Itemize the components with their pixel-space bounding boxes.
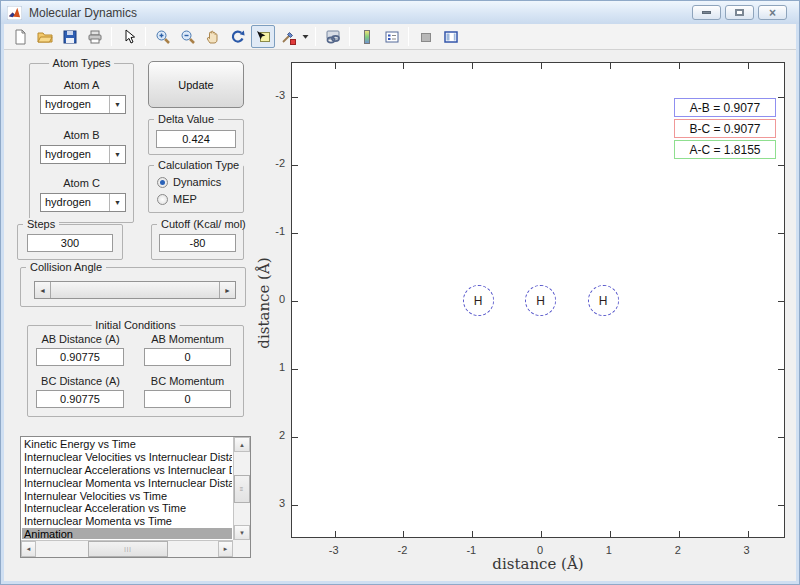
horizontal-scroll-thumb[interactable]: ||| xyxy=(88,541,168,557)
x-tick xyxy=(679,531,680,537)
atom-marker: H xyxy=(463,285,494,316)
scrollbar-corner xyxy=(233,540,250,557)
x-tick xyxy=(403,63,404,69)
open-folder-icon xyxy=(37,29,53,45)
scroll-down-button[interactable]: ▼ xyxy=(234,525,250,540)
atom-c-select[interactable]: hydrogen ▼ xyxy=(40,193,126,212)
list-item[interactable]: Internulear Velocities vs Time xyxy=(22,490,232,503)
insert-legend-button[interactable] xyxy=(380,25,404,48)
toolbar-separator xyxy=(111,27,112,46)
steps-input[interactable]: 300 xyxy=(27,234,113,252)
delta-value-input[interactable]: 0.424 xyxy=(156,130,236,148)
restore-icon xyxy=(735,9,744,16)
ab-momentum-label: AB Momentum xyxy=(134,333,241,345)
vertical-scrollbar[interactable]: ▲ ≡ ▼ xyxy=(233,437,250,540)
y-tick xyxy=(292,505,298,506)
plot-axes[interactable]: A-B = 0.9077B-C = 0.9077A-C = 1.8155 HHH xyxy=(291,62,785,538)
insert-colorbar-button[interactable] xyxy=(355,25,379,48)
link-plot-button[interactable] xyxy=(321,25,345,48)
ab-momentum-input[interactable]: 0 xyxy=(144,348,231,366)
distance-readout[interactable]: A-C = 1.8155 xyxy=(674,140,776,159)
atom-a-select[interactable]: hydrogen ▼ xyxy=(40,95,126,114)
ab-distance-input[interactable]: 0.90775 xyxy=(36,348,124,366)
radio-dynamics[interactable]: Dynamics xyxy=(157,176,221,188)
atom-b-select[interactable]: hydrogen ▼ xyxy=(40,145,126,164)
atom-c-label: Atom C xyxy=(29,177,134,189)
y-tick xyxy=(292,97,298,98)
scroll-right-button[interactable]: ► xyxy=(218,541,233,557)
brush-dropdown-button[interactable] xyxy=(300,25,311,48)
vertical-scroll-thumb[interactable]: ≡ xyxy=(234,475,250,503)
panel-title: Steps xyxy=(23,218,59,230)
y-tick xyxy=(778,437,784,438)
brush-icon xyxy=(280,29,296,45)
y-tick xyxy=(292,233,298,234)
x-tick xyxy=(335,531,336,537)
panel-title: Atom Types xyxy=(49,57,115,69)
plot-type-listbox[interactable]: Kinetic Energy vs TimeInternuclear Veloc… xyxy=(20,436,251,558)
slider-right-arrow[interactable]: ► xyxy=(219,282,235,298)
x-axis-label: distance (Å) xyxy=(438,555,638,573)
list-item[interactable]: Internuclear Momenta vs Internuclear Dis… xyxy=(22,477,232,490)
distance-readout[interactable]: A-B = 0.9077 xyxy=(674,98,776,117)
pan-hand-icon xyxy=(205,29,221,45)
panel-title: Calculation Type xyxy=(154,159,243,171)
minimize-button[interactable] xyxy=(692,5,721,20)
x-tick xyxy=(403,531,404,537)
show-plot-tools-button[interactable] xyxy=(439,25,463,48)
show-plot-tools-icon xyxy=(443,29,459,45)
list-item[interactable]: Animation xyxy=(22,528,232,539)
list-item[interactable]: Kinetic Energy vs Time xyxy=(22,438,232,451)
open-file-button[interactable] xyxy=(33,25,57,48)
atom-a-label: Atom A xyxy=(29,79,134,91)
window-controls: × xyxy=(692,5,787,20)
ab-distance-label: AB Distance (A) xyxy=(27,333,134,345)
zoom-in-button[interactable] xyxy=(151,25,175,48)
restore-button[interactable] xyxy=(725,5,754,20)
radio-mep[interactable]: MEP xyxy=(157,193,197,205)
x-tick-label: -2 xyxy=(387,544,417,556)
list-item[interactable]: Internuclear Momenta vs Time xyxy=(22,515,232,528)
y-tick-label: 3 xyxy=(253,497,285,509)
atom-b-label: Atom B xyxy=(29,129,134,141)
bc-momentum-input[interactable]: 0 xyxy=(144,390,231,408)
pointer-button[interactable] xyxy=(117,25,141,48)
x-tick-label: 1 xyxy=(594,544,624,556)
close-button[interactable]: × xyxy=(758,5,787,20)
list-item[interactable]: Internuclear Accelerations vs Internucle… xyxy=(22,464,232,477)
print-button[interactable] xyxy=(83,25,107,48)
scroll-up-button[interactable]: ▲ xyxy=(234,437,250,452)
atom-a-value: hydrogen xyxy=(41,96,109,113)
collision-angle-slider[interactable]: ◄ ► xyxy=(34,281,236,299)
y-tick-label: -2 xyxy=(253,157,285,169)
distance-readout[interactable]: B-C = 0.9077 xyxy=(674,119,776,138)
x-tick xyxy=(610,63,611,69)
chevron-down-icon[interactable]: ▼ xyxy=(109,194,125,211)
new-file-icon xyxy=(12,29,28,45)
hide-plot-tools-button[interactable] xyxy=(414,25,438,48)
rotate-3d-button[interactable] xyxy=(226,25,250,48)
slider-left-arrow[interactable]: ◄ xyxy=(35,282,51,298)
bc-distance-input[interactable]: 0.90775 xyxy=(36,390,124,408)
brush-button[interactable] xyxy=(276,25,300,48)
print-icon xyxy=(87,29,103,45)
pan-button[interactable] xyxy=(201,25,225,48)
data-cursor-button[interactable] xyxy=(251,25,275,48)
panel-title: Delta Value xyxy=(154,113,218,125)
slider-thumb[interactable] xyxy=(51,282,221,298)
distance-readouts: A-B = 0.9077B-C = 0.9077A-C = 1.8155 xyxy=(674,98,776,159)
x-tick-label: -3 xyxy=(319,544,349,556)
cutoff-input[interactable]: -80 xyxy=(159,234,236,252)
list-item[interactable]: Internuclear Acceleration vs Time xyxy=(22,502,232,515)
y-tick-label: -3 xyxy=(253,89,285,101)
list-item[interactable]: Internuclear Velocities vs Internuclear … xyxy=(22,451,232,464)
update-button[interactable]: Update xyxy=(148,61,244,108)
chevron-down-icon[interactable]: ▼ xyxy=(109,146,125,163)
scroll-left-button[interactable]: ◄ xyxy=(21,541,36,557)
horizontal-scrollbar[interactable]: ◄ ||| ► xyxy=(21,540,233,557)
matlab-logo-icon xyxy=(7,5,23,20)
zoom-out-button[interactable] xyxy=(176,25,200,48)
new-file-button[interactable] xyxy=(8,25,32,48)
save-button[interactable] xyxy=(58,25,82,48)
chevron-down-icon[interactable]: ▼ xyxy=(109,96,125,113)
